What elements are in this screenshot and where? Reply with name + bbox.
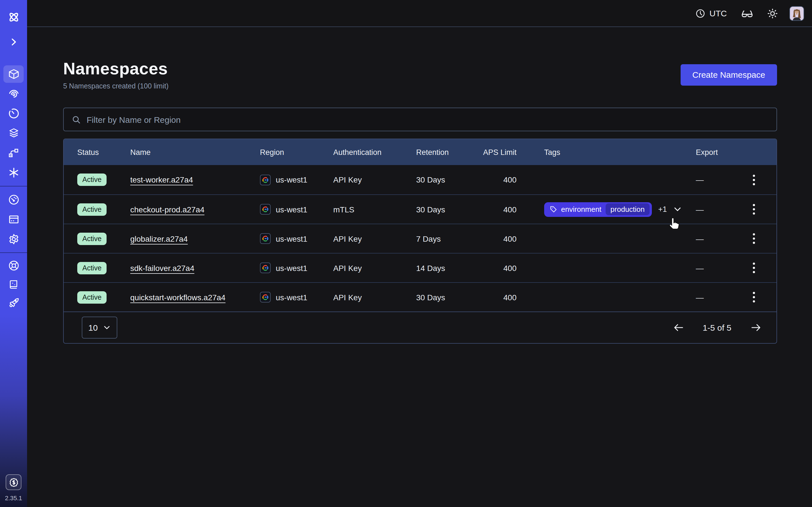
arrow-right-icon [750, 322, 762, 334]
sidebar-divider [0, 252, 27, 253]
status-cell: Active [77, 291, 130, 303]
table-row: Active test-worker.a27a4 us-west1 API Ke… [64, 165, 776, 194]
region-cell: us-west1 [260, 263, 333, 273]
clock-icon [695, 8, 705, 18]
lifebuoy-icon [8, 260, 19, 272]
sidebar-item-docs[interactable] [0, 275, 27, 293]
filter-input[interactable] [87, 115, 769, 124]
table-row: Active checkout-prod.a27a4 us-west1 mTLS… [64, 194, 776, 224]
page-size-select[interactable]: 10 [82, 317, 117, 339]
credits-button[interactable] [6, 474, 21, 490]
sun-icon [767, 8, 778, 19]
namespace-link[interactable]: sdk-failover.a27a4 [130, 263, 194, 272]
export-value: — [696, 293, 704, 302]
tags-cell: environment production +1 [516, 202, 696, 217]
tag-group: environment production +1 [544, 202, 681, 217]
col-authentication: Authentication [333, 148, 416, 156]
table-footer: 10 1-5 of 5 [64, 312, 776, 343]
chevron-down-icon [103, 324, 111, 331]
tag-pill[interactable]: environment production [544, 202, 652, 217]
sidebar-item-schedules[interactable] [0, 104, 27, 123]
auth-cell: API Key [333, 175, 416, 184]
region-cell: us-west1 [260, 292, 333, 302]
temporal-logo[interactable] [0, 7, 27, 27]
status-badge: Active [77, 203, 107, 216]
export-cell: — [696, 260, 763, 276]
app-window: 2.35.1 UTC [0, 0, 812, 507]
topbar: UTC [27, 0, 812, 27]
aps-limit-cell: 400 [464, 234, 516, 243]
col-aps-limit: APS Limit [464, 148, 516, 156]
temporal-logo-icon [7, 11, 20, 24]
row-menu-button[interactable] [747, 231, 761, 246]
sidebar-expand-button[interactable] [0, 32, 27, 52]
page-size-value: 10 [88, 323, 98, 332]
tag-value: production [605, 203, 650, 215]
gear-icon [8, 233, 19, 245]
swirl-icon [8, 88, 19, 100]
tags-expand-chevron-icon[interactable] [673, 205, 681, 214]
sidebar-item-support[interactable] [0, 256, 27, 275]
status-cell: Active [77, 203, 130, 216]
filter-bar [63, 108, 777, 131]
namespace-link[interactable]: test-worker.a27a4 [130, 175, 193, 184]
auth-cell: mTLS [333, 205, 416, 214]
retention-cell: 14 Days [416, 263, 464, 272]
sidebar-item-batch[interactable] [0, 163, 27, 182]
sidebar-item-namespaces[interactable] [0, 64, 27, 84]
table-body: Active test-worker.a27a4 us-west1 API Ke… [64, 165, 776, 312]
export-cell: — [696, 172, 763, 187]
sidebar-item-usage[interactable] [0, 190, 27, 210]
sidebar-item-workflows[interactable] [0, 84, 27, 104]
export-cell: — [696, 231, 763, 246]
sidebar-item-settings[interactable] [0, 229, 27, 249]
sidebar-item-deployments[interactable] [0, 123, 27, 143]
row-menu-button[interactable] [747, 260, 761, 276]
col-tags: Tags [516, 148, 696, 156]
col-region: Region [260, 148, 333, 156]
row-menu-button[interactable] [747, 172, 761, 187]
tag-more-count: +1 [658, 205, 667, 214]
layers-icon [8, 127, 19, 139]
status-cell: Active [77, 232, 130, 245]
cube-icon [8, 68, 19, 80]
region-name: us-west1 [276, 175, 307, 184]
user-avatar[interactable] [790, 6, 804, 20]
tag-key: environment [561, 205, 601, 214]
aps-limit-cell: 400 [464, 175, 516, 184]
next-page-button[interactable] [748, 320, 763, 335]
export-value: — [696, 205, 704, 214]
theme-toggle-button[interactable] [764, 5, 781, 22]
status-cell: Active [77, 173, 130, 186]
region-cell: us-west1 [260, 174, 333, 185]
previous-page-button[interactable] [671, 320, 686, 335]
chevron-right-icon [9, 38, 18, 46]
table-row: Active sdk-failover.a27a4 us-west1 API K… [64, 253, 776, 282]
timezone-label: UTC [709, 8, 727, 18]
appearance-button[interactable] [739, 5, 756, 22]
status-badge: Active [77, 262, 107, 274]
namespace-link[interactable]: quickstart-workflows.a27a4 [130, 293, 225, 302]
namespace-link[interactable]: globalizer.a27a4 [130, 234, 188, 243]
export-value: — [696, 263, 704, 272]
gcp-icon [260, 233, 271, 244]
create-namespace-button[interactable]: Create Namespace [680, 64, 777, 86]
name-cell: sdk-failover.a27a4 [130, 263, 260, 272]
glasses-icon [741, 7, 753, 19]
auth-cell: API Key [333, 293, 416, 302]
billing-card-icon [8, 214, 19, 225]
aps-limit-cell: 400 [464, 263, 516, 272]
row-menu-button[interactable] [747, 202, 761, 217]
namespace-link[interactable]: checkout-prod.a27a4 [130, 205, 204, 214]
timezone-button[interactable]: UTC [692, 6, 730, 20]
status-badge: Active [77, 173, 107, 186]
arrow-left-icon [672, 322, 684, 334]
page-subtitle: 5 Namespaces created (100 limit) [63, 82, 168, 90]
row-menu-button[interactable] [747, 289, 761, 305]
sidebar-item-getting-started[interactable] [0, 293, 27, 312]
region-name: us-west1 [276, 293, 307, 302]
table-header-row: Status Name Region Authentication Retent… [64, 139, 776, 165]
sidebar-item-billing[interactable] [0, 210, 27, 229]
sidebar-item-nexus[interactable] [0, 143, 27, 163]
rocket-icon [8, 297, 19, 309]
